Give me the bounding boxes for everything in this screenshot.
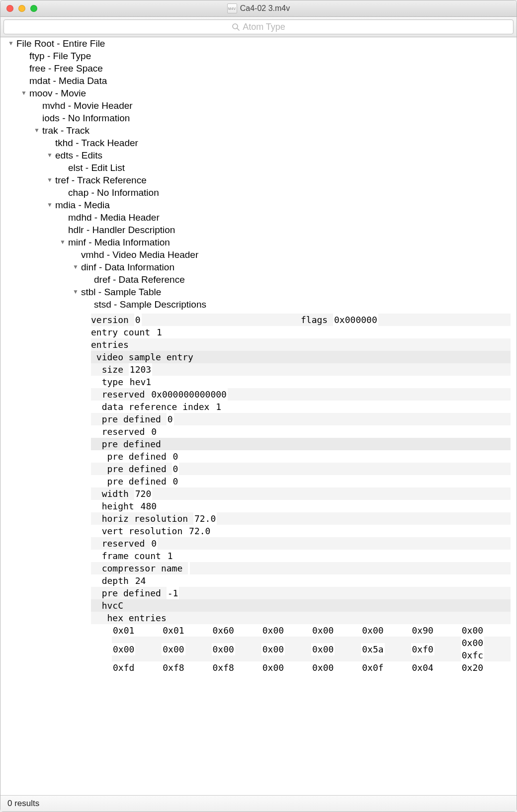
detail-value: 72.0	[193, 512, 217, 525]
tree-row[interactable]: trak - Track	[33, 124, 517, 137]
hex-byte: 0x0f	[361, 661, 384, 674]
tree-label: stbl - Sample Table	[81, 286, 161, 298]
disclosure-icon[interactable]	[20, 87, 27, 99]
detail-row[interactable]: pre defined 0	[91, 475, 511, 487]
hex-row[interactable]: 0xfd 0xf8 0xf8 0x00 0x00 0x0f 0x04 0x20	[112, 661, 511, 674]
detail-row[interactable]: compressor name	[91, 562, 511, 574]
zoom-icon[interactable]	[30, 5, 37, 12]
detail-row[interactable]: pre defined	[91, 438, 511, 450]
window-title: Ca4-02 3.m4v	[240, 4, 290, 13]
detail-row[interactable]: width 720	[91, 487, 511, 500]
detail-value: 0	[172, 450, 179, 463]
detail-key: height	[91, 500, 140, 512]
disclosure-icon[interactable]	[59, 236, 66, 248]
disclosure-icon[interactable]	[72, 286, 79, 298]
tree-row[interactable]: vmhd - Video Media Header	[72, 248, 517, 261]
tree-row[interactable]: mdia - Media	[46, 199, 517, 211]
disclosure-icon[interactable]	[72, 261, 79, 273]
detail-row[interactable]: size 1203	[91, 363, 511, 376]
hex-row[interactable]: 0x01 0x01 0x60 0x00 0x00 0x00 0x90 0x00	[112, 624, 511, 637]
detail-row[interactable]: version 0 flags 0x000000	[91, 314, 511, 326]
tree-row[interactable]: moov - Movie	[20, 87, 517, 99]
tree-row[interactable]: ftyp - File Type	[20, 50, 517, 62]
detail-key: frame count	[91, 550, 167, 562]
tree-label: edts - Edits	[55, 149, 102, 162]
detail-row[interactable]: video sample entry	[91, 351, 511, 363]
detail-row[interactable]: hvcC	[91, 599, 511, 612]
detail-row[interactable]: entries	[91, 338, 511, 351]
hex-byte: 0xfc	[461, 649, 484, 661]
detail-row[interactable]: reserved 0	[91, 425, 511, 438]
detail-row[interactable]: hex entries	[91, 612, 511, 624]
tree-row[interactable]: tkhd - Track Header	[46, 137, 517, 149]
tree-row[interactable]: chap - No Information	[59, 186, 517, 199]
close-icon[interactable]	[6, 5, 13, 12]
detail-row[interactable]: data reference index 1	[91, 401, 511, 413]
hex-byte: 0x90	[411, 624, 434, 637]
detail-row[interactable]: vert resolution 72.0	[91, 525, 511, 537]
tree-row[interactable]: dinf - Data Information	[72, 261, 517, 273]
tree-row[interactable]: minf - Media Information	[59, 236, 517, 248]
tree-row[interactable]: free - Free Space	[20, 62, 517, 75]
disclosure-icon[interactable]	[7, 37, 14, 50]
detail-key: reserved	[91, 537, 150, 550]
detail-key: entry count	[91, 326, 156, 338]
tree-row[interactable]: stsd - Sample Descriptions	[85, 298, 517, 311]
disclosure-icon[interactable]	[33, 124, 40, 137]
hex-row[interactable]: 0x00 0x00 0x00 0x00 0x00 0x5a 0xf0 0x00 …	[112, 637, 511, 661]
traffic-lights	[6, 5, 37, 12]
disclosure-icon[interactable]	[46, 174, 53, 186]
tree-row[interactable]: dref - Data Reference	[85, 273, 517, 286]
disclosure-icon[interactable]	[46, 199, 53, 211]
tree-label: iods - No Information	[42, 112, 130, 124]
detail-row[interactable]: type hev1	[91, 376, 511, 388]
detail-value: hev1	[129, 376, 152, 388]
tree-label: dref - Data Reference	[94, 273, 185, 286]
disclosure-icon[interactable]	[46, 149, 53, 162]
search-icon	[232, 23, 240, 31]
hex-byte: 0x00	[311, 643, 335, 655]
detail-value: 72.0	[188, 525, 211, 537]
hex-byte: 0x00	[311, 661, 335, 674]
detail-value: 1	[156, 326, 163, 338]
detail-row[interactable]: frame count 1	[91, 550, 511, 562]
hex-byte: 0x5a	[361, 643, 384, 655]
detail-row[interactable]: reserved 0	[91, 537, 511, 550]
detail-row[interactable]: reserved 0x000000000000	[91, 388, 511, 401]
tree-row[interactable]: iods - No Information	[33, 112, 517, 124]
search-placeholder: Atom Type	[243, 22, 285, 32]
search-input[interactable]: Atom Type	[3, 19, 514, 34]
titlebar[interactable]: M4V Ca4-02 3.m4v	[0, 0, 517, 17]
tree-label: elst - Edit List	[68, 162, 125, 174]
tree-row[interactable]: mvhd - Movie Header	[33, 99, 517, 112]
detail-row[interactable]: pre defined 0	[91, 463, 511, 475]
tree-row[interactable]: elst - Edit List	[59, 162, 517, 174]
detail-row[interactable]: depth 24	[91, 574, 511, 587]
tree-label: trak - Track	[42, 124, 89, 137]
detail-row[interactable]: pre defined -1	[91, 587, 511, 599]
tree-label: stsd - Sample Descriptions	[94, 298, 206, 311]
hex-byte: 0x00	[261, 643, 285, 655]
tree-row[interactable]: mdhd - Media Header	[59, 211, 517, 224]
content[interactable]: File Root - Entire File ftyp - File Type…	[0, 37, 517, 795]
detail-row[interactable]: pre defined 0	[91, 413, 511, 425]
detail-value: 1203	[129, 363, 152, 376]
detail-value: 480	[140, 500, 158, 512]
detail-value: 0	[167, 413, 174, 425]
tree-label: minf - Media Information	[68, 236, 170, 248]
tree-row[interactable]: edts - Edits	[46, 149, 517, 162]
tree-row[interactable]: tref - Track Reference	[46, 174, 517, 186]
minimize-icon[interactable]	[18, 5, 25, 12]
detail-key: depth	[91, 574, 134, 587]
tree-row[interactable]: File Root - Entire File	[7, 37, 517, 50]
detail-row[interactable]: height 480	[91, 500, 511, 512]
tree-row[interactable]: hdlr - Handler Description	[59, 224, 517, 236]
tree-label: tref - Track Reference	[55, 174, 147, 186]
detail-row[interactable]: pre defined 0	[91, 450, 511, 463]
detail-row[interactable]: horiz resolution 72.0	[91, 512, 511, 525]
detail-row[interactable]: entry count 1	[91, 326, 511, 338]
detail-key: reserved	[91, 388, 150, 401]
tree-row[interactable]: mdat - Media Data	[20, 75, 517, 87]
tree-label: chap - No Information	[68, 186, 159, 199]
tree-row[interactable]: stbl - Sample Table	[72, 286, 517, 298]
